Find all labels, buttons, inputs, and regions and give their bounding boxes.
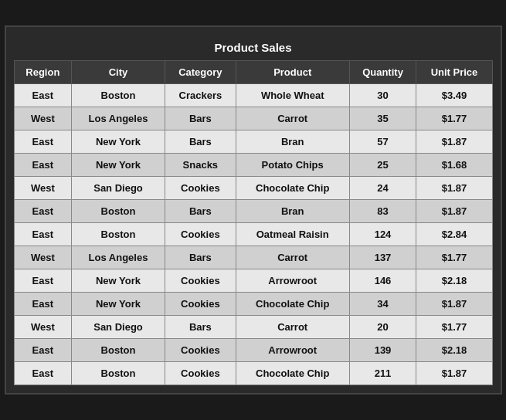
cell-r0-c3: Whole Wheat: [236, 84, 349, 107]
cell-r7-c4: 137: [349, 246, 416, 269]
cell-r8-c2: Cookies: [165, 269, 236, 293]
cell-r4-c1: San Diego: [72, 177, 165, 200]
table-title: Product Sales: [14, 35, 492, 61]
cell-r11-c0: East: [14, 339, 72, 362]
cell-r10-c1: San Diego: [72, 316, 165, 339]
cell-r6-c3: Oatmeal Raisin: [236, 223, 349, 246]
cell-r2-c1: New York: [72, 130, 165, 154]
cell-r5-c3: Bran: [236, 200, 349, 223]
cell-r5-c5: $1.87: [416, 200, 492, 223]
cell-r2-c2: Bars: [165, 130, 236, 154]
cell-r5-c0: East: [14, 200, 72, 223]
cell-r11-c3: Arrowroot: [236, 339, 349, 362]
header-row: RegionCityCategoryProductQuantityUnit Pr…: [14, 61, 492, 84]
cell-r6-c0: East: [14, 223, 72, 246]
cell-r7-c3: Carrot: [236, 246, 349, 269]
cell-r4-c2: Cookies: [165, 177, 236, 200]
cell-r4-c5: $1.87: [416, 177, 492, 200]
cell-r9-c0: East: [14, 293, 72, 316]
cell-r0-c0: East: [14, 84, 72, 107]
cell-r3-c1: New York: [72, 154, 165, 177]
table-row: EastBostonCrackersWhole Wheat30$3.49: [14, 84, 492, 107]
header-unit-price: Unit Price: [416, 61, 492, 84]
cell-r7-c2: Bars: [165, 246, 236, 269]
cell-r10-c4: 20: [349, 316, 416, 339]
cell-r7-c0: West: [14, 246, 72, 269]
cell-r12-c1: Boston: [72, 362, 165, 385]
cell-r9-c2: Cookies: [165, 293, 236, 316]
cell-r3-c0: East: [14, 154, 72, 177]
cell-r1-c1: Los Angeles: [72, 107, 165, 130]
product-sales-table: Product Sales RegionCityCategoryProductQ…: [14, 35, 493, 385]
table-row: EastBostonCookiesChocolate Chip211$1.87: [14, 362, 492, 385]
cell-r3-c2: Snacks: [165, 154, 236, 177]
header-product: Product: [236, 61, 349, 84]
cell-r5-c4: 83: [349, 200, 416, 223]
cell-r7-c5: $1.77: [416, 246, 492, 269]
table-row: EastNew YorkCookiesChocolate Chip34$1.87: [14, 293, 492, 316]
cell-r6-c2: Cookies: [165, 223, 236, 246]
cell-r5-c1: Boston: [72, 200, 165, 223]
cell-r1-c0: West: [14, 107, 72, 130]
cell-r12-c0: East: [14, 362, 72, 385]
cell-r8-c3: Arrowroot: [236, 269, 349, 293]
table-row: WestSan DiegoBarsCarrot20$1.77: [14, 316, 492, 339]
cell-r0-c2: Crackers: [165, 84, 236, 107]
table-row: WestLos AngelesBarsCarrot137$1.77: [14, 246, 492, 269]
cell-r4-c3: Chocolate Chip: [236, 177, 349, 200]
cell-r1-c3: Carrot: [236, 107, 349, 130]
table-row: EastNew YorkBarsBran57$1.87: [14, 130, 492, 154]
cell-r0-c5: $3.49: [416, 84, 492, 107]
table-row: EastBostonCookiesOatmeal Raisin124$2.84: [14, 223, 492, 246]
cell-r1-c5: $1.77: [416, 107, 492, 130]
cell-r12-c4: 211: [349, 362, 416, 385]
cell-r11-c4: 139: [349, 339, 416, 362]
cell-r8-c0: East: [14, 269, 72, 293]
cell-r8-c4: 146: [349, 269, 416, 293]
cell-r6-c4: 124: [349, 223, 416, 246]
table-row: WestLos AngelesBarsCarrot35$1.77: [14, 107, 492, 130]
table-row: EastNew YorkCookiesArrowroot146$2.18: [14, 269, 492, 293]
cell-r2-c0: East: [14, 130, 72, 154]
cell-r2-c4: 57: [349, 130, 416, 154]
cell-r11-c2: Cookies: [165, 339, 236, 362]
cell-r9-c3: Chocolate Chip: [236, 293, 349, 316]
table-body: EastBostonCrackersWhole Wheat30$3.49West…: [14, 84, 492, 385]
cell-r9-c1: New York: [72, 293, 165, 316]
cell-r3-c3: Potato Chips: [236, 154, 349, 177]
cell-r5-c2: Bars: [165, 200, 236, 223]
cell-r12-c5: $1.87: [416, 362, 492, 385]
cell-r7-c1: Los Angeles: [72, 246, 165, 269]
cell-r6-c1: Boston: [72, 223, 165, 246]
cell-r9-c5: $1.87: [416, 293, 492, 316]
cell-r0-c1: Boston: [72, 84, 165, 107]
cell-r4-c4: 24: [349, 177, 416, 200]
header-category: Category: [165, 61, 236, 84]
cell-r1-c4: 35: [349, 107, 416, 130]
title-row: Product Sales: [14, 35, 492, 61]
cell-r2-c3: Bran: [236, 130, 349, 154]
cell-r11-c1: Boston: [72, 339, 165, 362]
cell-r10-c0: West: [14, 316, 72, 339]
cell-r6-c5: $2.84: [416, 223, 492, 246]
cell-r8-c5: $2.18: [416, 269, 492, 293]
cell-r12-c2: Cookies: [165, 362, 236, 385]
cell-r10-c2: Bars: [165, 316, 236, 339]
header-region: Region: [14, 61, 72, 84]
cell-r1-c2: Bars: [165, 107, 236, 130]
cell-r3-c4: 25: [349, 154, 416, 177]
cell-r8-c1: New York: [72, 269, 165, 293]
cell-r4-c0: West: [14, 177, 72, 200]
table-row: EastNew YorkSnacksPotato Chips25$1.68: [14, 154, 492, 177]
cell-r12-c3: Chocolate Chip: [236, 362, 349, 385]
cell-r10-c5: $1.77: [416, 316, 492, 339]
table-row: EastBostonBarsBran83$1.87: [14, 200, 492, 223]
cell-r9-c4: 34: [349, 293, 416, 316]
header-quantity: Quantity: [349, 61, 416, 84]
cell-r10-c3: Carrot: [236, 316, 349, 339]
cell-r2-c5: $1.87: [416, 130, 492, 154]
cell-r3-c5: $1.68: [416, 154, 492, 177]
cell-r11-c5: $2.18: [416, 339, 492, 362]
table-row: WestSan DiegoCookiesChocolate Chip24$1.8…: [14, 177, 492, 200]
header-city: City: [72, 61, 165, 84]
